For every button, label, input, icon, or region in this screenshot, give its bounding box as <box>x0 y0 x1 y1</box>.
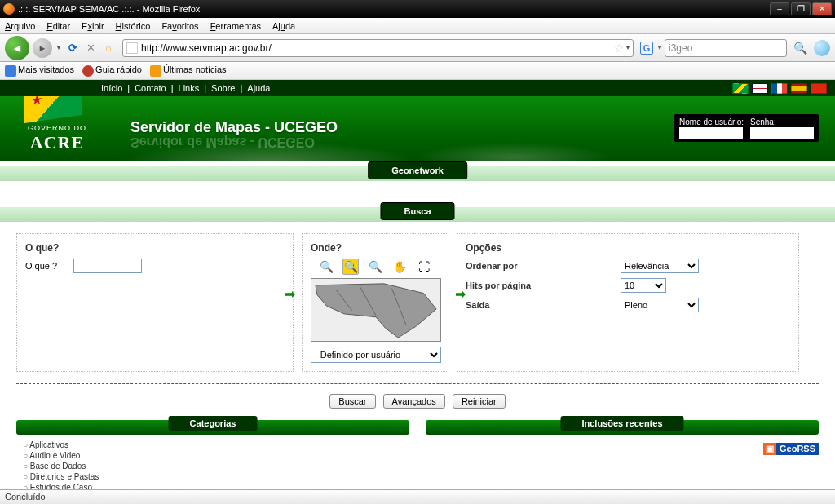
recent-tab: Inclusões recentes <box>560 416 683 431</box>
status-bar: Concluído <box>0 489 835 504</box>
nav-inicio[interactable]: Início <box>101 83 122 93</box>
zoom-out-icon[interactable]: 🔍 <box>367 259 383 275</box>
search-go-icon[interactable]: 🔍 <box>793 42 807 55</box>
panel-what: O que? O que ? <box>16 233 294 372</box>
back-button[interactable]: ◄ <box>5 36 29 60</box>
search-button[interactable]: Buscar <box>329 394 375 409</box>
logo-gov-text: GOVERNO DO <box>16 124 98 132</box>
window-title: .:.:. SERVMAP SEMA/AC .:.:. - Mozilla Fi… <box>18 4 770 14</box>
hits-select[interactable]: 10 <box>621 278 666 293</box>
password-input[interactable] <box>750 127 814 139</box>
divider <box>16 383 819 384</box>
busca-tab: Busca <box>380 202 454 220</box>
categories-tab: Categorias <box>169 416 258 431</box>
list-item[interactable]: Base de Dados <box>23 461 409 471</box>
menu-view[interactable]: Exibir <box>82 21 104 31</box>
stop-button[interactable]: ✕ <box>83 41 98 55</box>
rss-icon: ▣ <box>763 443 776 455</box>
what-input[interactable] <box>73 259 142 273</box>
reload-button[interactable]: ⟳ <box>65 41 80 55</box>
where-title: Onde? <box>311 242 440 254</box>
history-dropdown-icon[interactable]: ▾ <box>55 44 62 51</box>
minimap[interactable] <box>311 278 441 342</box>
zoom-box-icon[interactable]: 🔍 <box>342 259 359 275</box>
menu-file[interactable]: Arquivo <box>5 21 35 31</box>
menu-tools[interactable]: Ferramentas <box>210 21 261 31</box>
nav-ajuda[interactable]: Ajuda <box>247 83 270 93</box>
output-select[interactable]: Pleno <box>621 298 699 312</box>
bookmark-most-visited[interactable]: Mais visitados <box>5 64 74 76</box>
flag-france-icon[interactable] <box>771 83 788 94</box>
what-title: O que? <box>25 242 285 254</box>
nav-toolbar: ◄ ► ▾ ⟳ ✕ ⌂ ☆ ▾ G ▾ i3geo 🔍 <box>0 34 835 62</box>
username-label: Nome de usuário: <box>679 117 744 126</box>
list-item[interactable]: Audio e Video <box>23 450 409 461</box>
search-input[interactable]: i3geo <box>665 39 787 57</box>
search-area: O que? O que ? ➡ ➡ Onde? 🔍 🔍 🔍 ✋ ⛶ <box>0 222 835 380</box>
maximize-button[interactable]: ❐ <box>791 2 811 15</box>
menu-history[interactable]: Histórico <box>116 21 151 31</box>
list-item[interactable]: Aplicativos <box>23 440 409 450</box>
url-bar[interactable]: ☆ ▾ <box>122 39 634 57</box>
order-label: Ordenar por <box>466 261 621 271</box>
menu-bookmarks[interactable]: Favoritos <box>161 21 198 31</box>
advanced-button[interactable]: Avançados <box>383 394 445 409</box>
bookmark-news[interactable]: Últimas notícias <box>150 64 227 76</box>
options-title: Opções <box>466 242 790 254</box>
acre-flag-icon <box>24 96 82 123</box>
georss-badge[interactable]: ▣ GeoRSS <box>763 443 819 455</box>
order-select[interactable]: Relevância <box>621 259 699 273</box>
bookmark-star-icon[interactable]: ☆ <box>614 42 625 55</box>
site-title: Servidor de Mapas - UCEGEO Servidor de M… <box>130 119 338 149</box>
georss-label: GeoRSS <box>776 443 819 455</box>
menubar: Arquivo Editar Exibir Histórico Favorito… <box>0 18 835 34</box>
menu-edit[interactable]: Editar <box>46 21 70 31</box>
menu-help[interactable]: Ajuda <box>272 21 295 31</box>
full-extent-icon[interactable]: ⛶ <box>416 259 432 275</box>
geonetwork-tab[interactable]: Geonetwork <box>368 161 467 179</box>
site-identity-icon[interactable] <box>126 42 138 54</box>
search-engine-icon[interactable]: G <box>640 42 653 55</box>
site-header: GOVERNO DO ACRE Servidor de Mapas - UCEG… <box>0 96 835 161</box>
flag-spain-icon[interactable] <box>791 83 807 94</box>
search-engine-dropdown-icon[interactable]: ▾ <box>658 44 661 51</box>
bookmark-guide[interactable]: Guia rápido <box>82 64 142 76</box>
window-buttons: – ❐ ✕ <box>770 2 832 15</box>
login-box: Nome de usuário: Senha: <box>674 114 819 142</box>
nav-contato[interactable]: Contato <box>135 83 166 93</box>
url-input[interactable] <box>141 42 614 54</box>
search-value: i3geo <box>669 42 692 54</box>
username-input[interactable] <box>679 127 743 139</box>
pan-icon[interactable]: ✋ <box>391 259 408 275</box>
home-button[interactable]: ⌂ <box>101 41 116 55</box>
zoom-in-icon[interactable]: 🔍 <box>318 259 334 275</box>
url-dropdown-icon[interactable]: ▾ <box>626 44 630 51</box>
arrow-left-icon[interactable]: ➡ <box>285 286 295 302</box>
flag-brazil-icon[interactable] <box>732 83 749 94</box>
minimize-button[interactable]: – <box>770 2 789 15</box>
busca-bar: Busca <box>0 207 835 222</box>
status-text: Concluído <box>5 492 46 502</box>
nav-sobre[interactable]: Sobre <box>211 83 235 93</box>
bookmarks-toolbar: Mais visitados Guia rápido Últimas notíc… <box>0 62 835 80</box>
list-item[interactable]: Diretorios e Pastas <box>23 471 409 482</box>
col-categories: Categorias Aplicativos Audio e Video Bas… <box>16 420 409 493</box>
output-label: Saída <box>466 300 621 310</box>
search-buttons: Buscar Avançados Reiniciar <box>0 387 835 420</box>
forward-button[interactable]: ► <box>33 38 52 58</box>
acre-logo: GOVERNO DO ACRE <box>16 96 98 161</box>
bottom-columns: Categorias Aplicativos Audio e Video Bas… <box>0 420 835 493</box>
reset-button[interactable]: Reiniciar <box>453 394 506 409</box>
page-content: Início | Contato | Links | Sobre | Ajuda… <box>0 80 835 493</box>
nav-links[interactable]: Links <box>179 83 200 93</box>
flag-uk-icon[interactable] <box>752 83 768 94</box>
close-button[interactable]: ✕ <box>812 2 832 15</box>
flag-china-icon[interactable] <box>811 83 827 94</box>
logo-acre-text: ACRE <box>16 132 98 153</box>
top-nav-strip: Início | Contato | Links | Sobre | Ajuda <box>0 80 835 96</box>
firefox-icon <box>3 3 15 15</box>
svg-marker-0 <box>316 284 436 338</box>
where-select[interactable]: - Definido por usuário - <box>311 347 441 363</box>
panel-options: Opções Ordenar por Relevância Hits por p… <box>457 233 799 372</box>
weather-icon[interactable] <box>814 40 830 56</box>
